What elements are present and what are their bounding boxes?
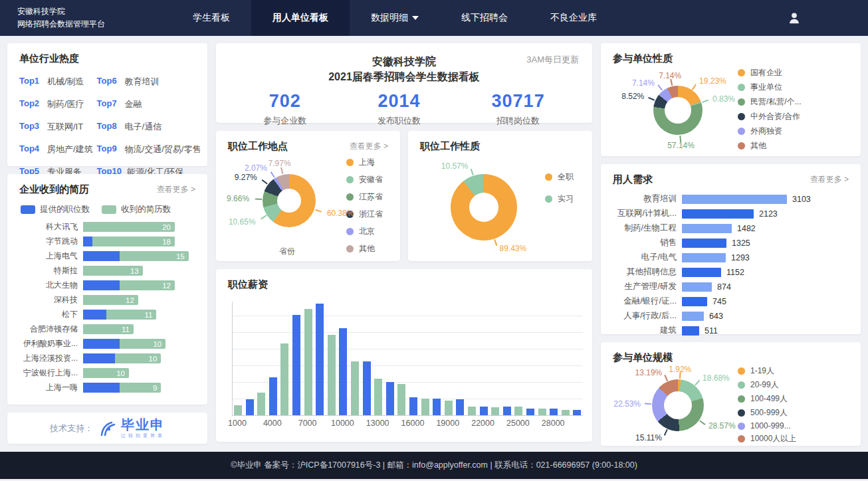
demand-bar[interactable] [682, 253, 726, 262]
legend-item[interactable]: 北京 [346, 226, 388, 237]
stacked-bar[interactable]: 12 [83, 295, 138, 305]
nav-item[interactable]: 学生看板 [171, 0, 251, 36]
org-nature-donut[interactable]: 19.23%0.83%57.14%8.52%7.14%7.14% [613, 66, 738, 151]
histogram-bar[interactable] [503, 407, 511, 415]
histogram-bar[interactable] [304, 309, 312, 415]
histogram-bar[interactable] [526, 409, 534, 415]
histogram-bar[interactable] [363, 361, 371, 415]
legend-item[interactable]: 提供的职位数 [21, 204, 90, 215]
histogram-bar[interactable] [421, 399, 429, 415]
salary-plot[interactable] [232, 302, 583, 416]
legend-item[interactable]: 10000人以上 [738, 433, 849, 444]
stacked-bar[interactable]: 11 [83, 310, 156, 320]
label-leader-line [261, 215, 267, 220]
legend-item[interactable]: 江苏省 [346, 191, 388, 203]
histogram-bar[interactable] [456, 399, 464, 415]
demand-bar[interactable] [682, 282, 712, 292]
demand-bar-row: 其他招聘信息1152 [613, 267, 849, 277]
brand-name: 毕业申 [121, 418, 165, 431]
legend-item[interactable]: 其他 [346, 243, 388, 254]
histogram-bar[interactable] [562, 410, 570, 415]
legend-item[interactable]: 1000-999... [738, 421, 849, 431]
histogram-bar[interactable] [339, 328, 347, 415]
histogram-bar[interactable] [445, 401, 453, 415]
legend-item[interactable]: 100-499人 [738, 393, 849, 405]
org-nature-title: 参与单位性质 [613, 52, 673, 65]
stacked-bar[interactable]: 11 [83, 324, 134, 334]
demand-value: 745 [712, 297, 726, 306]
histogram-bar[interactable] [550, 409, 558, 415]
histogram-bar[interactable] [292, 315, 300, 415]
histogram-bar[interactable] [269, 377, 277, 415]
histogram-bar[interactable] [480, 407, 488, 415]
demand-bar[interactable] [682, 195, 787, 204]
nav-item[interactable]: 不良企业库 [529, 0, 618, 36]
legend-item[interactable]: 安徽省 [346, 174, 388, 185]
legend-item[interactable]: 国有企业 [738, 67, 849, 78]
histogram-bar[interactable] [397, 384, 405, 415]
histogram-bar[interactable] [409, 397, 417, 415]
demand-bar[interactable] [682, 268, 721, 277]
stacked-bar[interactable]: 9 [83, 383, 161, 393]
user-account-icon[interactable] [787, 11, 802, 25]
histogram-bar[interactable] [386, 382, 394, 415]
histogram-bar[interactable] [257, 393, 265, 415]
navbar: 安徽科技学院 网络招聘会数据管理平台 学生看板用人单位看板数据明细线下招聘会不良… [0, 0, 868, 36]
industry-rank: Top1 [19, 76, 42, 88]
stacked-bar[interactable]: 20 [83, 222, 175, 232]
legend-dot [738, 423, 745, 430]
histogram-bar[interactable] [374, 379, 382, 415]
demand-bar[interactable] [682, 239, 726, 248]
stacked-bar[interactable]: 15 [83, 251, 189, 261]
legend-item[interactable]: 实习 [545, 193, 580, 205]
histogram-bar[interactable] [573, 410, 581, 415]
histogram-bar[interactable] [433, 399, 441, 415]
histogram-bar[interactable] [514, 407, 522, 415]
histogram-bar[interactable] [538, 409, 546, 415]
legend-item[interactable]: 上海 [346, 157, 388, 168]
legend-item[interactable]: 中外合资/合作 [738, 111, 849, 122]
legend-item[interactable]: 其他 [738, 140, 849, 151]
histogram-bar[interactable] [316, 304, 324, 415]
legend-label: 事业单位 [750, 82, 782, 93]
stat-label: 参与企业数 [263, 115, 306, 127]
histogram-bar[interactable] [328, 335, 336, 415]
stacked-bar[interactable]: 10 [83, 339, 165, 349]
demand-bar[interactable] [682, 312, 704, 321]
legend-item[interactable]: 20-99人 [738, 379, 849, 391]
org-size-donut[interactable]: 1.92%18.68%28.57%15.11%22.53%13.19% [613, 365, 738, 444]
nav-item[interactable]: 线下招聘会 [440, 0, 529, 36]
legend-item[interactable]: 民营/私营/个... [738, 96, 849, 108]
job-nature-donut[interactable]: 89.43%10.57% [420, 154, 545, 255]
stacked-bar[interactable]: 10 [83, 368, 129, 378]
histogram-bar[interactable] [351, 361, 359, 415]
card-org-size: 参与单位规模 1.92%18.68%28.57%15.11%22.53%13.1… [601, 342, 861, 446]
resumes-more-link[interactable]: 查看更多 > [157, 184, 195, 195]
histogram-bar[interactable] [468, 407, 476, 415]
histogram-bar[interactable] [246, 399, 254, 415]
legend-item[interactable]: 1-19人 [738, 365, 849, 377]
histogram-bar[interactable] [491, 407, 499, 415]
stacked-bar[interactable]: 18 [83, 237, 175, 246]
demand-bar[interactable] [682, 297, 707, 306]
nav-item[interactable]: 用人单位看板 [251, 0, 350, 36]
legend-item[interactable]: 500-999人 [738, 407, 849, 419]
stacked-bar[interactable]: 12 [83, 280, 175, 290]
demand-bar[interactable] [682, 224, 732, 233]
demand-title: 用人需求 [613, 173, 653, 186]
stacked-bar[interactable]: 13 [83, 266, 143, 276]
histogram-bar[interactable] [234, 405, 242, 415]
demand-more-link[interactable]: 查看更多 > [810, 174, 849, 185]
job-location-donut[interactable]: 60.38%10.65%9.66%9.27%2.07%7.97% [228, 154, 346, 246]
job-location-more-link[interactable]: 查看更多 > [350, 141, 388, 152]
nav-item[interactable]: 数据明细 [350, 0, 440, 36]
demand-bar[interactable] [682, 326, 699, 336]
stacked-bar[interactable]: 10 [83, 353, 161, 363]
legend-item[interactable]: 收到的简历数 [102, 204, 171, 215]
slice-percent-label: 15.11% [635, 433, 662, 442]
legend-item[interactable]: 外商独资 [738, 126, 849, 137]
demand-bar[interactable] [682, 209, 754, 219]
histogram-bar[interactable] [280, 343, 288, 415]
legend-item[interactable]: 事业单位 [738, 82, 849, 93]
legend-item[interactable]: 全职 [545, 171, 580, 183]
